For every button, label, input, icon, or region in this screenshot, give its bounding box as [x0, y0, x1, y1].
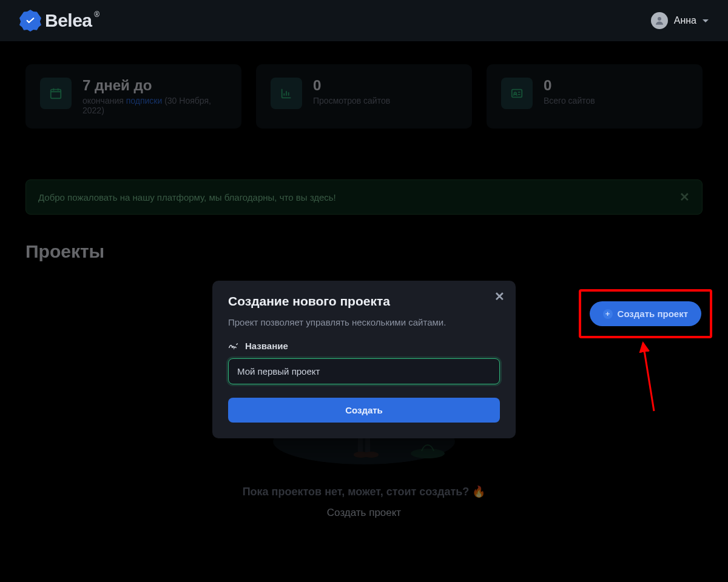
project-name-input[interactable] [228, 358, 500, 384]
brand-logo[interactable]: Belea® [19, 10, 92, 32]
stat-sites: 0 Всего сайтов [487, 64, 703, 129]
svg-point-0 [658, 17, 661, 21]
avatar-icon [651, 12, 668, 29]
user-name: Анна [674, 15, 696, 26]
field-label-row: Название [228, 341, 500, 351]
chevron-down-icon [703, 19, 709, 22]
alert-text: Добро пожаловать на нашу платформу, мы б… [38, 192, 336, 202]
modal-subtitle: Проект позволяет управлять несколькими с… [228, 317, 500, 327]
empty-title: Пока проектов нет, может, стоит создать?… [0, 485, 728, 498]
stat-label: Просмотров сайтов [313, 96, 390, 105]
app-header: Belea® Анна [0, 0, 728, 41]
field-label: Название [245, 341, 288, 351]
stat-value: 0 [313, 78, 390, 93]
stat-value: 7 дней до [83, 78, 227, 93]
stat-label: окончания подписки (30 Ноября, 2022) [83, 96, 227, 115]
stat-label: Всего сайтов [544, 96, 595, 105]
empty-create-link[interactable]: Создать проект [0, 507, 728, 519]
stats-row: 7 дней до окончания подписки (30 Ноября,… [0, 64, 728, 129]
projects-heading: Проекты [25, 241, 104, 262]
stat-subscription: 7 дней до окончания подписки (30 Ноября,… [25, 64, 241, 129]
create-button-highlight: + Создать проект [579, 289, 712, 338]
stat-value: 0 [544, 78, 595, 93]
svg-point-10 [364, 452, 379, 458]
user-menu[interactable]: Анна [651, 12, 709, 29]
svg-point-5 [411, 449, 445, 458]
modal-close-icon[interactable]: ✕ [494, 289, 505, 304]
projects-header: Проекты [0, 215, 728, 262]
annotation-arrow-icon [632, 338, 669, 417]
create-button-label: Создать проект [618, 309, 688, 319]
id-card-icon [501, 78, 533, 109]
signature-icon [228, 342, 239, 350]
modal-submit-button[interactable]: Создать [228, 398, 500, 423]
subscription-link[interactable]: подписки [126, 96, 163, 105]
svg-rect-1 [51, 90, 61, 99]
plus-circle-icon: + [603, 309, 613, 319]
calendar-icon [40, 78, 72, 109]
modal-title: Создание нового проекта [228, 294, 500, 309]
logo-badge-icon [19, 10, 41, 32]
welcome-alert: Добро пожаловать на нашу платформу, мы б… [25, 179, 703, 215]
create-project-modal: ✕ Создание нового проекта Проект позволя… [212, 281, 516, 438]
alert-close-icon[interactable]: ✕ [679, 190, 690, 204]
svg-line-14 [643, 343, 654, 411]
brand-name: Belea® [45, 10, 92, 31]
create-project-button[interactable]: + Создать проект [590, 301, 701, 326]
stat-views: 0 Просмотров сайтов [256, 64, 472, 129]
chart-icon [271, 78, 302, 109]
